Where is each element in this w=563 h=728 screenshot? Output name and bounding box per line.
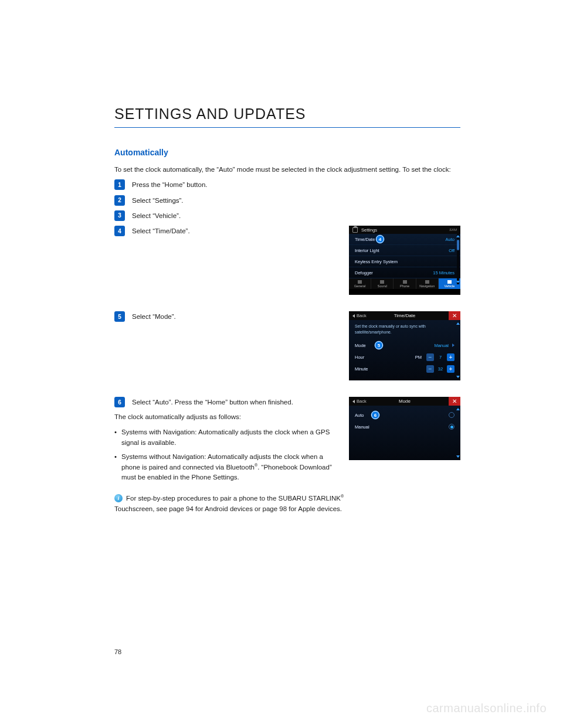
tab-navigation: Navigation (416, 278, 439, 289)
mode-body: Auto 6 Manual (349, 406, 460, 460)
step-text: Press the “Home” button. (132, 179, 207, 190)
screenshot-header: Back Time/Date ✕ (349, 311, 460, 320)
step-4-block: 4 Select “Time/Date”. Settings SXM Time/… (114, 226, 460, 295)
scroll-up-icon (456, 322, 460, 325)
plus-button: + (447, 353, 455, 361)
settings-row-defogger: Defogger 15 Minutes (349, 267, 460, 278)
row-label: Auto (355, 413, 364, 418)
tab-label: Navigation (419, 284, 435, 288)
step-text: Select “Auto”. Press the “Home” button w… (132, 397, 293, 407)
nav-icon (425, 280, 429, 284)
screenshot-header: Back Mode ✕ (349, 397, 460, 406)
step-5-block: 5 Select “Mode”. Back Time/Date ✕ Set th… (114, 311, 460, 380)
speaker-icon (380, 280, 384, 284)
row-label: Mode (355, 343, 377, 348)
timedate-row-minute: Minute − 32 + (355, 363, 455, 375)
manual-page: SETTINGS AND UPDATES Automatically To se… (0, 0, 563, 728)
step-text: Select “Mode”. (132, 311, 176, 322)
step-badge: 1 (114, 179, 125, 190)
timedate-description: Set the clock manually or auto sync with… (355, 324, 455, 335)
tab-label: Phone (400, 284, 409, 288)
registered-mark: ® (341, 494, 344, 498)
timedate-row-mode: Mode Manual 5 (355, 339, 455, 351)
callout-badge: 6 (371, 411, 379, 419)
phone-icon (403, 280, 407, 284)
scrollbar (457, 322, 459, 378)
screenshot-title: Time/Date (349, 313, 460, 318)
bullet-item: Systems with Navigation: Automatically a… (114, 427, 338, 448)
tab-label: General (354, 284, 366, 288)
screenshot-mode: Back Mode ✕ Auto 6 Manual (349, 397, 460, 460)
step-text: Select “Settings”. (132, 195, 184, 206)
row-label: Time/Date (355, 237, 375, 242)
minus-button: − (426, 365, 434, 373)
callout-badge: 4 (376, 235, 384, 243)
step-2: 2 Select “Settings”. (114, 195, 460, 206)
callout-badge: 5 (375, 341, 383, 349)
settings-row-keyless: Keyless Entry System (349, 256, 460, 267)
scroll-down-icon (456, 281, 460, 283)
step-5: 5 Select “Mode”. (114, 311, 338, 322)
step-badge: 4 (114, 226, 125, 236)
screenshot-title: Settings (361, 227, 377, 233)
row-label: Interior Light (355, 248, 379, 253)
title-rule (114, 127, 460, 128)
watermark: carmanualsonline.info (426, 702, 547, 715)
step-3: 3 Select “Vehicle”. (114, 210, 460, 221)
scroll-down-icon (456, 376, 460, 378)
chevron-right-icon (452, 343, 455, 347)
step-badge: 5 (114, 311, 125, 322)
row-value: Off (449, 248, 455, 253)
minus-button: − (426, 353, 434, 361)
scroll-down-icon (456, 455, 460, 458)
row-label: Manual (355, 424, 369, 430)
paragraph: The clock automatically adjusts as follo… (114, 412, 338, 423)
step-1: 1 Press the “Home” button. (114, 179, 460, 190)
tab-sound: Sound (371, 278, 394, 289)
radio-unselected-icon (449, 412, 455, 418)
settings-row-interior-light: Interior Light Off (349, 245, 460, 256)
intro-paragraph: To set the clock automatically, the “Aut… (114, 164, 460, 175)
hour-value: 7 (434, 355, 447, 360)
row-value: Manual (434, 343, 449, 348)
gear-icon (358, 280, 362, 284)
step-text: Select “Time/Date”. (132, 226, 190, 236)
radio-selected-icon (449, 424, 455, 430)
tab-general: General (349, 278, 371, 289)
scrollbar (457, 234, 459, 284)
row-label: Defogger (355, 270, 373, 275)
info-text: For step-by-step procedures to pair a ph… (126, 494, 344, 504)
timedate-body: Set the clock manually or auto sync with… (349, 320, 460, 380)
scroll-thumb (457, 240, 459, 250)
row-label: Keyless Entry System (355, 259, 398, 264)
row-label: Minute (355, 366, 377, 372)
bullet-list: Systems with Navigation: Automatically a… (114, 427, 338, 483)
page-number: 78 (114, 648, 121, 655)
ampm-label: PM (415, 355, 422, 360)
bullet-item: Systems without Navigation: Automaticall… (114, 452, 338, 483)
plus-button: + (447, 365, 455, 373)
minute-value: 32 (434, 366, 447, 372)
step-badge: 2 (114, 195, 125, 206)
car-icon (447, 280, 452, 284)
step-4: 4 Select “Time/Date”. (114, 226, 338, 236)
info-note: i For step-by-step procedures to pair a … (114, 494, 460, 504)
step-6-block: 6 Select “Auto”. Press the “Home” button… (114, 397, 460, 488)
screenshot-timedate: Back Time/Date ✕ Set the clock manually … (349, 311, 460, 380)
row-label: Hour (355, 355, 377, 360)
scroll-up-icon (456, 235, 460, 237)
tab-label: Sound (378, 284, 387, 288)
settings-rows: Time/Date Auto 4 Interior Light Off Keyl… (349, 234, 460, 278)
sxm-badge: SXM (449, 228, 457, 232)
scroll-up-icon (456, 408, 460, 410)
scrollbar (457, 408, 459, 458)
screenshot-title: Mode (349, 399, 460, 404)
step-6: 6 Select “Auto”. Press the “Home” button… (114, 397, 338, 407)
step-badge: 6 (114, 397, 125, 407)
step-badge: 3 (114, 210, 125, 221)
page-title: SETTINGS AND UPDATES (114, 106, 460, 123)
row-value: 15 Minutes (433, 270, 455, 275)
home-icon (352, 227, 358, 233)
screenshot-settings-list: Settings SXM Time/Date Auto 4 Interior L… (349, 226, 460, 295)
tab-label: Vehicle (445, 284, 455, 288)
